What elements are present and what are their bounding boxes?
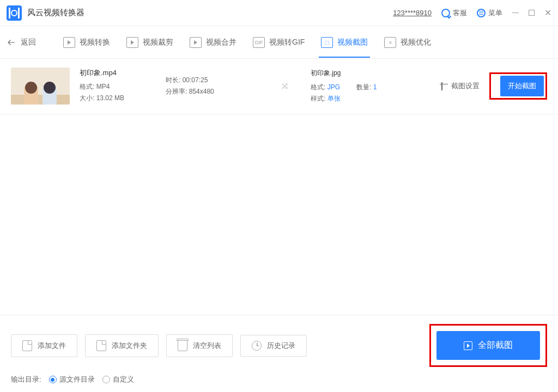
thumbnail[interactable] — [11, 68, 70, 105]
highlight-all: 全部截图 — [429, 324, 547, 367]
output-style-link[interactable]: 单张 — [327, 95, 341, 102]
gif-icon: GIF — [253, 37, 265, 48]
add-file-button[interactable]: 添加文件 — [11, 334, 77, 357]
radio-selected-icon — [49, 376, 57, 383]
radio-source-dir[interactable]: 源文件目录 — [49, 375, 95, 384]
image-icon: ⬚ — [321, 37, 333, 48]
account-id[interactable]: 123****8910 — [393, 9, 432, 17]
play-icon — [63, 37, 75, 48]
headset-icon — [441, 9, 450, 17]
history-button[interactable]: 历史记录 — [240, 335, 307, 357]
bottom-bar: 添加文件 添加文件夹 清空列表 历史记录 全部截图 输出目录: 源文件目录 自定… — [0, 315, 558, 392]
output-dir-label: 输出目录: — [11, 375, 41, 384]
screenshot-all-button[interactable]: 全部截图 — [436, 331, 540, 360]
minimize-button[interactable] — [512, 13, 519, 13]
tab-merge[interactable]: 视频合并 — [190, 27, 236, 58]
output-format-link[interactable]: JPG — [327, 83, 340, 91]
source-filename: 初印象.mp4 — [80, 68, 156, 78]
crop-icon — [440, 82, 448, 90]
radio-custom-dir[interactable]: 自定义 — [102, 375, 134, 384]
list-item: 初印象.mp4 格式: MP4 大小: 13.02 MB 时长: 00:07:2… — [0, 59, 558, 114]
app-title: 风云视频转换器 — [27, 8, 84, 18]
shuffle-icon[interactable]: ⤨ — [268, 80, 301, 92]
tab-row: 返回 视频转换 视频裁剪 视频合并 GIF视频转GIF ⬚视频截图 ≡视频优化 — [0, 26, 558, 59]
file-icon — [96, 340, 106, 351]
radio-unselected-icon — [102, 376, 110, 383]
back-arrow-icon — [7, 38, 16, 47]
menu-label: 菜单 — [488, 8, 502, 18]
back-label: 返回 — [21, 38, 36, 47]
highlight-start: 开始截图 — [489, 72, 547, 100]
maximize-button[interactable] — [529, 10, 535, 16]
close-button[interactable]: ✕ — [544, 8, 551, 18]
file-icon — [22, 340, 32, 351]
add-folder-button[interactable]: 添加文件夹 — [85, 334, 159, 357]
tab-screenshot[interactable]: ⬚视频截图 — [321, 27, 368, 58]
menu-button[interactable]: 菜单 — [477, 8, 502, 18]
play-icon — [190, 37, 202, 48]
play-icon — [126, 37, 138, 48]
clear-list-button[interactable]: 清空列表 — [166, 334, 233, 357]
support-label: 客服 — [453, 8, 467, 18]
menu-icon — [477, 9, 486, 17]
start-screenshot-button[interactable]: 开始截图 — [500, 76, 544, 96]
titlebar: 风云视频转换器 123****8910 客服 菜单 ✕ — [0, 0, 558, 26]
trash-icon — [178, 340, 187, 351]
support-button[interactable]: 客服 — [441, 8, 467, 18]
output-filename: 初印象.jpg — [311, 68, 409, 79]
tab-convert[interactable]: 视频转换 — [63, 27, 110, 58]
file-list: 初印象.mp4 格式: MP4 大小: 13.02 MB 时长: 00:07:2… — [0, 59, 558, 114]
app-logo — [7, 5, 22, 21]
screenshot-settings-button[interactable]: 截图设置 — [440, 81, 480, 91]
tab-optimize[interactable]: ≡视频优化 — [384, 27, 431, 58]
clock-icon — [252, 341, 262, 351]
tab-gif[interactable]: GIF视频转GIF — [253, 27, 305, 58]
tab-crop[interactable]: 视频裁剪 — [126, 27, 173, 58]
sliders-icon: ≡ — [384, 37, 396, 48]
output-count-link[interactable]: 1 — [373, 83, 377, 91]
back-button[interactable]: 返回 — [7, 38, 36, 47]
play-box-icon — [464, 341, 472, 350]
